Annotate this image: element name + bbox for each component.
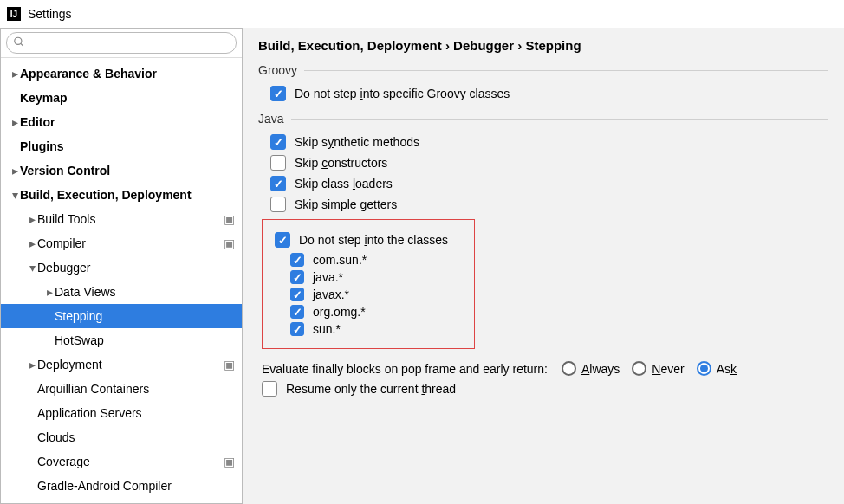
tree-data-views[interactable]: ▸ Data Views (1, 280, 242, 304)
opt-label: Skip synthetic methods (295, 135, 419, 149)
project-icon: ▣ (224, 212, 235, 226)
window-title: Settings (28, 7, 72, 21)
chevron-right-icon: ▸ (27, 236, 37, 250)
chevron-down-icon: ▾ (10, 188, 20, 202)
tree-appearance[interactable]: ▸ Appearance & Behavior (1, 61, 242, 86)
search-wrap (1, 29, 242, 58)
checkbox[interactable] (270, 176, 286, 191)
checkbox[interactable] (270, 155, 286, 171)
search-box (6, 32, 237, 54)
search-icon (13, 36, 25, 50)
opt-skip-classloaders[interactable]: Skip class loaders (270, 176, 828, 191)
opt-label: Do not step into the classes (299, 233, 448, 247)
opt-label: Skip class loaders (295, 177, 393, 191)
class-pattern-list: com.sun.* java.* javax.* org.omg.* sun.* (290, 253, 465, 336)
highlight-box: Do not step into the classes com.sun.* j… (262, 219, 475, 349)
eval-finally-row: Evaluate finally blocks on pop frame and… (262, 361, 828, 376)
section-groovy: Groovy (258, 63, 828, 77)
tree-keymap[interactable]: Keymap (1, 86, 242, 110)
search-input[interactable] (6, 32, 237, 54)
tree-compiler[interactable]: ▸ Compiler ▣ (1, 231, 242, 255)
tree-version-control[interactable]: ▸ Version Control (1, 158, 242, 183)
checkbox[interactable] (290, 305, 304, 319)
tree-build-tools[interactable]: ▸ Build Tools ▣ (1, 207, 242, 231)
breadcrumb: Build, Execution, Deployment › Debugger … (258, 38, 828, 53)
opt-label: Skip simple getters (295, 197, 397, 211)
list-item[interactable]: java.* (290, 270, 465, 284)
checkbox[interactable] (270, 134, 286, 150)
tree-plugins[interactable]: Plugins (1, 134, 242, 158)
opt-label: Skip constructors (295, 156, 387, 170)
content-pane: Build, Execution, Deployment › Debugger … (243, 28, 844, 504)
list-item[interactable]: org.omg.* (290, 305, 465, 319)
pattern-label: javax.* (313, 288, 349, 301)
chevron-down-icon: ▾ (27, 261, 37, 275)
pattern-label: com.sun.* (313, 253, 367, 267)
checkbox[interactable] (270, 197, 286, 212)
tree-arquillian[interactable]: Arquillian Containers (1, 377, 242, 401)
opt-no-step-classes[interactable]: Do not step into the classes (275, 232, 465, 248)
project-icon: ▣ (224, 455, 235, 468)
titlebar: IJ Settings (0, 0, 844, 28)
opt-label: Do not step into specific Groovy classes (295, 87, 510, 100)
eval-label: Evaluate finally blocks on pop frame and… (262, 362, 548, 376)
checkbox[interactable] (275, 232, 290, 248)
opt-label: Resume only the current thread (286, 382, 456, 396)
list-item[interactable]: sun.* (290, 322, 465, 336)
checkbox[interactable] (270, 86, 286, 101)
checkbox[interactable] (290, 288, 304, 301)
opt-resume-current-thread[interactable]: Resume only the current thread (262, 381, 828, 397)
chevron-right-icon: ▸ (27, 212, 37, 226)
svg-point-0 (15, 37, 22, 44)
checkbox[interactable] (262, 381, 277, 397)
sidebar: ▸ Appearance & Behavior Keymap ▸ Editor … (0, 28, 243, 504)
radio-ask[interactable]: Ask (697, 361, 737, 376)
radio-never[interactable]: Never (632, 361, 684, 376)
tree-coverage[interactable]: Coverage ▣ (1, 449, 242, 474)
checkbox[interactable] (290, 253, 304, 267)
opt-skip-getters[interactable]: Skip simple getters (270, 197, 828, 212)
radio-always[interactable]: Always (562, 361, 620, 376)
tree-bed[interactable]: ▾ Build, Execution, Deployment (1, 183, 242, 207)
tree-hotswap[interactable]: HotSwap (1, 328, 242, 352)
tree-stepping[interactable]: Stepping (1, 304, 242, 328)
pattern-label: java.* (313, 270, 343, 284)
radio-icon[interactable] (697, 361, 711, 376)
chevron-right-icon: ▸ (10, 67, 20, 81)
radio-icon[interactable] (562, 361, 576, 376)
list-item[interactable]: javax.* (290, 288, 465, 301)
project-icon: ▣ (224, 358, 235, 372)
checkbox[interactable] (290, 322, 304, 336)
checkbox[interactable] (290, 270, 304, 284)
chevron-right-icon: ▸ (44, 285, 55, 299)
chevron-right-icon: ▸ (10, 164, 20, 178)
tree-editor[interactable]: ▸ Editor (1, 110, 242, 134)
pattern-label: sun.* (313, 322, 341, 336)
chevron-right-icon: ▸ (10, 115, 20, 129)
opt-skip-synthetic[interactable]: Skip synthetic methods (270, 134, 828, 150)
pattern-label: org.omg.* (313, 305, 366, 319)
chevron-right-icon: ▸ (27, 358, 37, 372)
section-java: Java (258, 112, 828, 126)
project-icon: ▣ (224, 236, 235, 250)
main-split: ▸ Appearance & Behavior Keymap ▸ Editor … (0, 28, 844, 504)
tree-gradle-android[interactable]: Gradle-Android Compiler (1, 474, 242, 498)
radio-icon[interactable] (632, 361, 646, 376)
tree-app-servers[interactable]: Application Servers (1, 401, 242, 425)
svg-line-1 (21, 43, 23, 46)
tree-debugger[interactable]: ▾ Debugger (1, 255, 242, 280)
app-icon: IJ (7, 7, 21, 21)
tree-clouds[interactable]: Clouds (1, 425, 242, 449)
tree-deployment[interactable]: ▸ Deployment ▣ (1, 352, 242, 377)
list-item[interactable]: com.sun.* (290, 253, 465, 267)
opt-groovy-no-step[interactable]: Do not step into specific Groovy classes (270, 86, 828, 101)
opt-skip-constructors[interactable]: Skip constructors (270, 155, 828, 171)
settings-tree: ▸ Appearance & Behavior Keymap ▸ Editor … (1, 58, 242, 503)
